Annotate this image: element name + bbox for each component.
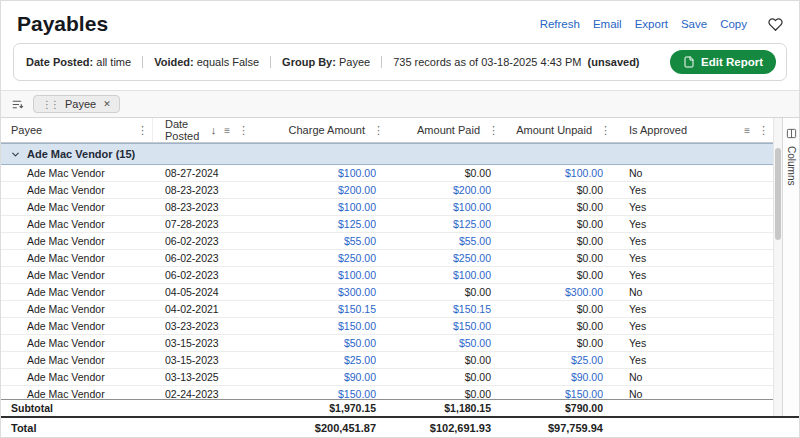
total-paid: $102,691.93 [388,422,503,434]
table-row[interactable]: Ade Mac Vendor03-23-2023$150.00$150.00$0… [1,318,773,335]
column-filter-icon[interactable]: ≡ [224,125,230,136]
email-link[interactable]: Email [593,18,622,30]
column-header-amount-paid[interactable]: Amount Paid ⋮ [388,118,503,142]
chip-label: Payee [65,98,96,110]
cell-amount-paid: $0.00 [388,388,503,399]
column-label: Date Posted [165,118,207,142]
cell-charge-amount[interactable]: $200.00 [253,184,388,196]
cell-amount-paid[interactable]: $150.15 [388,303,503,315]
cell-amount-paid[interactable]: $55.00 [388,235,503,247]
column-label: Charge Amount [289,124,365,136]
cell-amount-unpaid[interactable]: $100.00 [503,167,615,179]
cell-charge-amount[interactable]: $100.00 [253,201,388,213]
cell-charge-amount[interactable]: $125.00 [253,218,388,230]
cell-amount-unpaid[interactable]: $300.00 [503,286,615,298]
column-menu-kebab-icon[interactable]: ⋮ [133,124,152,137]
cell-amount-paid[interactable]: $50.00 [388,337,503,349]
scrollbar-thumb[interactable] [775,148,781,240]
cell-amount-paid[interactable]: $125.00 [388,218,503,230]
refresh-link[interactable]: Refresh [540,18,580,30]
cell-amount-unpaid[interactable]: $25.00 [503,354,615,366]
column-header-charge-amount[interactable]: Charge Amount ⋮ [253,118,388,142]
export-link[interactable]: Export [635,18,668,30]
save-link[interactable]: Save [681,18,707,30]
table-row[interactable]: Ade Mac Vendor08-27-2024$100.00$0.00$100… [1,165,773,182]
cell-amount-paid[interactable]: $200.00 [388,184,503,196]
table-row[interactable]: Ade Mac Vendor07-28-2023$125.00$125.00$0… [1,216,773,233]
cell-charge-amount[interactable]: $50.00 [253,337,388,349]
cell-amount-unpaid: $0.00 [503,218,615,230]
column-label: Payee [11,124,42,136]
cell-charge-amount[interactable]: $25.00 [253,354,388,366]
cell-date-posted: 06-02-2023 [153,269,253,281]
table-row[interactable]: Ade Mac Vendor04-02-2021$150.15$150.15$0… [1,301,773,318]
cell-is-approved: Yes [615,337,773,349]
table-row[interactable]: Ade Mac Vendor03-15-2023$25.00$0.00$25.0… [1,352,773,369]
vertical-scrollbar[interactable] [773,118,782,416]
remove-group-icon[interactable]: ✕ [103,99,111,109]
cell-charge-amount[interactable]: $55.00 [253,235,388,247]
filter-voided[interactable]: Voided: equals False [142,56,270,68]
filter-group-by[interactable]: Group By: Payee [270,56,381,68]
column-menu-kebab-icon[interactable]: ⋮ [754,124,773,137]
cell-amount-paid[interactable]: $100.00 [388,201,503,213]
column-label: Amount Unpaid [516,124,592,136]
column-menu-kebab-icon[interactable]: ⋮ [234,124,253,137]
cell-charge-amount[interactable]: $150.00 [253,388,388,399]
column-menu-kebab-icon[interactable]: ⋮ [596,124,615,137]
column-filter-icon[interactable]: ≡ [744,125,750,136]
cell-charge-amount[interactable]: $100.00 [253,167,388,179]
grouping-bar: ⋮⋮ Payee ✕ [1,90,799,118]
table-row[interactable]: Ade Mac Vendor04-05-2024$300.00$0.00$300… [1,284,773,301]
cell-payee: Ade Mac Vendor [1,167,153,179]
filter-date-posted[interactable]: Date Posted: all time [24,56,142,68]
cell-charge-amount[interactable]: $300.00 [253,286,388,298]
cell-charge-amount[interactable]: $150.15 [253,303,388,315]
cell-amount-paid[interactable]: $100.00 [388,269,503,281]
group-row[interactable]: Ade Mac Vendor (15) [1,143,773,165]
cell-amount-paid[interactable]: $250.00 [388,252,503,264]
sort-desc-icon[interactable]: ↓ [211,124,217,136]
favorite-heart-icon[interactable] [768,17,783,32]
group-list-icon[interactable] [11,98,24,111]
cell-amount-unpaid: $0.00 [503,303,615,315]
table-row[interactable]: Ade Mac Vendor08-23-2023$100.00$100.00$0… [1,199,773,216]
edit-report-button[interactable]: Edit Report [670,50,776,74]
cell-date-posted: 03-23-2023 [153,320,253,332]
cell-charge-amount[interactable]: $150.00 [253,320,388,332]
column-menu-kebab-icon[interactable]: ⋮ [484,124,503,137]
table-row[interactable]: Ade Mac Vendor06-02-2023$100.00$100.00$0… [1,267,773,284]
header-actions: Refresh Email Export Save Copy [540,17,783,32]
cell-date-posted: 04-02-2021 [153,303,253,315]
total-label: Total [1,422,153,434]
cell-amount-unpaid: $0.00 [503,201,615,213]
table-row[interactable]: Ade Mac Vendor06-02-2023$55.00$55.00$0.0… [1,233,773,250]
group-chip-payee[interactable]: ⋮⋮ Payee ✕ [33,95,120,113]
table-row[interactable]: Ade Mac Vendor03-15-2023$50.00$50.00$0.0… [1,335,773,352]
column-header-amount-unpaid[interactable]: Amount Unpaid ⋮ [503,118,615,142]
cell-charge-amount[interactable]: $90.00 [253,371,388,383]
cell-amount-unpaid[interactable]: $150.00 [503,388,615,399]
column-header-is-approved[interactable]: Is Approved ≡ ⋮ [615,118,773,142]
cell-amount-paid[interactable]: $150.00 [388,320,503,332]
column-menu-kebab-icon[interactable]: ⋮ [369,124,388,137]
copy-link[interactable]: Copy [720,18,747,30]
table-row[interactable]: Ade Mac Vendor06-02-2023$250.00$250.00$0… [1,250,773,267]
table-row[interactable]: Ade Mac Vendor08-23-2023$200.00$200.00$0… [1,182,773,199]
drag-handle-icon[interactable]: ⋮⋮ [42,99,58,110]
cell-payee: Ade Mac Vendor [1,320,153,332]
filter-value: equals False [197,56,259,68]
cell-amount-unpaid: $0.00 [503,320,615,332]
columns-panel-toggle[interactable]: Columns [782,118,799,416]
cell-payee: Ade Mac Vendor [1,337,153,349]
table-row[interactable]: Ade Mac Vendor02-24-2023$150.00$0.00$150… [1,386,773,399]
filter-value: Payee [339,56,370,68]
column-header-date-posted[interactable]: Date Posted ↓ ≡ ⋮ [153,118,253,142]
table-row[interactable]: Ade Mac Vendor03-13-2025$90.00$0.00$90.0… [1,369,773,386]
column-header-payee[interactable]: Payee ⋮ [1,118,153,142]
cell-amount-unpaid[interactable]: $90.00 [503,371,615,383]
chevron-down-icon[interactable] [10,149,21,160]
cell-charge-amount[interactable]: $100.00 [253,269,388,281]
cell-charge-amount[interactable]: $250.00 [253,252,388,264]
cell-amount-paid: $0.00 [388,371,503,383]
